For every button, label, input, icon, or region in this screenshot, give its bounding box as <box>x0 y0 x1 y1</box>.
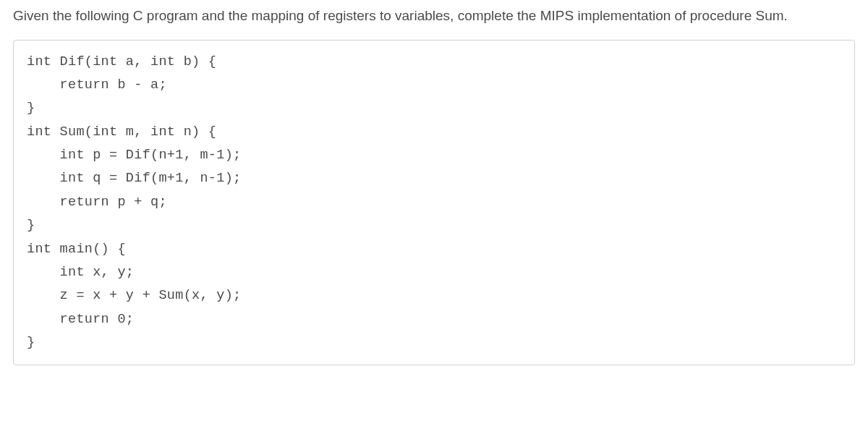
code-line: } <box>27 214 841 237</box>
question-text: Given the following C program and the ma… <box>13 6 855 27</box>
code-line: int Sum(int m, int n) { <box>27 121 841 144</box>
code-block: int Dif(int a, int b) { return b - a;}in… <box>13 40 855 366</box>
code-line: int main() { <box>27 238 841 261</box>
code-line: int p = Dif(n+1, m-1); <box>27 144 841 167</box>
code-line: return b - a; <box>27 74 841 97</box>
code-line: int x, y; <box>27 261 841 284</box>
code-line: return p + q; <box>27 191 841 214</box>
code-line: z = x + y + Sum(x, y); <box>27 284 841 307</box>
code-line: int q = Dif(m+1, n-1); <box>27 167 841 190</box>
code-line: } <box>27 97 841 120</box>
code-line: return 0; <box>27 308 841 331</box>
code-line: } <box>27 331 841 354</box>
code-line: int Dif(int a, int b) { <box>27 51 841 74</box>
